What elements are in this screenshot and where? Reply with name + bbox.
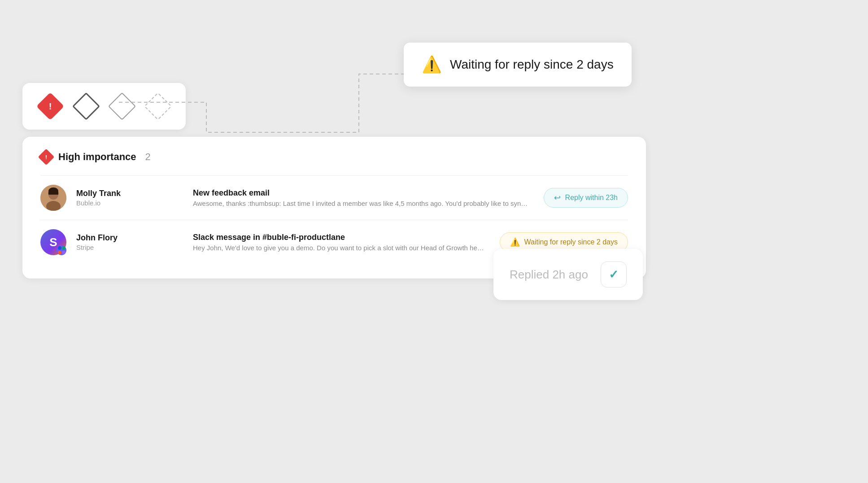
stripe-letter: S bbox=[49, 235, 57, 249]
table-row[interactable]: Molly Trank Buble.io New feedback email … bbox=[40, 175, 628, 220]
reply-badge-text: Reply within 23h bbox=[565, 194, 618, 202]
message-title: New feedback email bbox=[193, 188, 530, 198]
row-badge: ↩ Reply within 23h bbox=[544, 188, 628, 208]
reply-badge: ↩ Reply within 23h bbox=[544, 188, 628, 208]
icons-row bbox=[22, 83, 186, 130]
person-name: John Flory bbox=[76, 233, 179, 243]
card-header: High importance 2 bbox=[40, 151, 628, 163]
avatar bbox=[40, 185, 66, 211]
importance-label: High importance bbox=[58, 151, 136, 163]
avatar: S bbox=[40, 229, 66, 255]
person-name: Molly Trank bbox=[76, 189, 179, 198]
checkmark-icon: ✓ bbox=[609, 268, 619, 282]
person-info: John Flory Stripe bbox=[76, 233, 179, 251]
diamond-red-icon bbox=[39, 95, 62, 118]
importance-count: 2 bbox=[145, 151, 151, 163]
message-title: Slack message in #buble-fi-productlane bbox=[193, 233, 486, 242]
message-info: New feedback email Awesome, thanks :thum… bbox=[179, 188, 544, 207]
person-company: Buble.io bbox=[76, 199, 179, 207]
header-importance-icon bbox=[38, 149, 55, 165]
bottom-card: Replied 2h ago ✓ bbox=[493, 249, 643, 300]
top-tooltip-text: Waiting for reply since 2 days bbox=[450, 57, 614, 72]
stripe-badge bbox=[57, 245, 66, 255]
diamond-outline-light-icon bbox=[110, 95, 134, 118]
reply-icon: ↩ bbox=[554, 193, 561, 203]
message-preview: Awesome, thanks :thumbsup: Last time I i… bbox=[193, 200, 530, 207]
top-tooltip: ⚠️ Waiting for reply since 2 days bbox=[404, 43, 632, 87]
warning-icon: ⚠️ bbox=[422, 55, 442, 74]
person-info: Molly Trank Buble.io bbox=[76, 189, 179, 207]
person-company: Stripe bbox=[76, 244, 179, 251]
replied-text: Replied 2h ago bbox=[510, 268, 588, 282]
warning-badge-text: Waiting for reply since 2 days bbox=[524, 238, 618, 246]
diamond-dashed-icon bbox=[146, 95, 170, 118]
warning-triangle-icon: ⚠️ bbox=[510, 237, 520, 247]
message-preview: Hey John, We'd love to give you a demo. … bbox=[193, 244, 486, 252]
diamond-outline-icon bbox=[74, 95, 98, 118]
check-button[interactable]: ✓ bbox=[601, 261, 627, 287]
message-info: Slack message in #buble-fi-productlane H… bbox=[179, 233, 500, 252]
